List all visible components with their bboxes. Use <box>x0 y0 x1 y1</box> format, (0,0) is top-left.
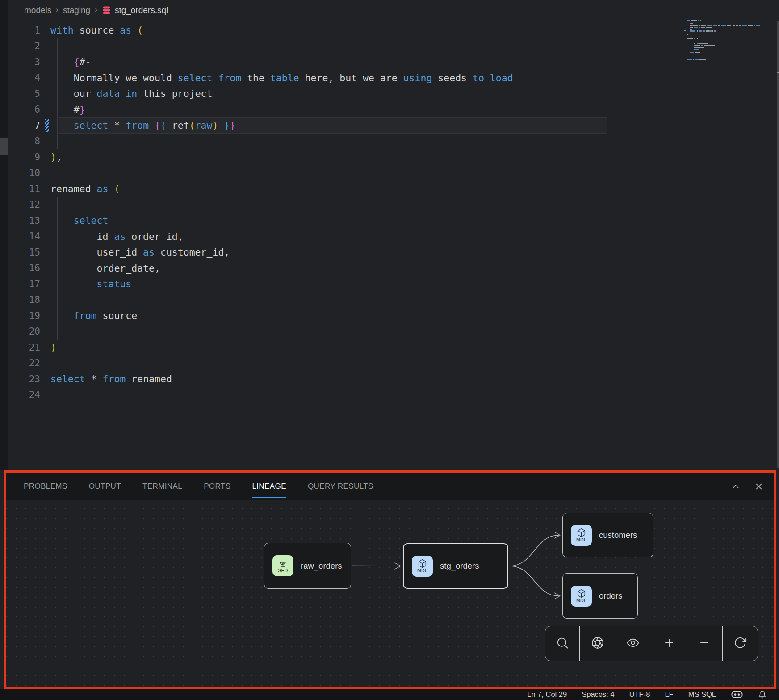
status-bar: Ln 7, Col 29Spaces: 4UTF-8LFMS SQL <box>0 689 779 700</box>
code-text: ), <box>50 151 62 163</box>
code-line[interactable]: 18 <box>8 292 779 308</box>
line-number[interactable]: 13 <box>8 215 40 226</box>
breadcrumb-item-staging[interactable]: staging <box>63 5 90 15</box>
panel-actions <box>731 473 764 500</box>
line-number[interactable]: 21 <box>8 342 40 353</box>
code-line[interactable]: 15 user_id as customer_id, <box>8 244 779 260</box>
minimap[interactable] <box>687 19 762 65</box>
tab-terminal[interactable]: TERMINAL <box>142 473 182 500</box>
line-number[interactable]: 11 <box>8 184 40 194</box>
minimap-line <box>687 61 762 63</box>
lineage-node-customers[interactable]: MDLcustomers <box>562 513 653 557</box>
line-number[interactable]: 7 <box>8 120 40 131</box>
activity-strip-handle[interactable] <box>0 138 8 155</box>
code-line[interactable]: 22 <box>8 356 779 372</box>
code-text: select <box>50 215 108 226</box>
line-number[interactable]: 10 <box>8 168 40 178</box>
line-number[interactable]: 3 <box>8 57 40 67</box>
code-line[interactable]: 10 <box>8 165 779 181</box>
code-text: status <box>50 278 131 289</box>
status-cursor-position[interactable]: Ln 7, Col 29 <box>527 690 567 699</box>
copilot-icon[interactable] <box>731 690 743 699</box>
line-number[interactable]: 19 <box>8 310 40 321</box>
code-line[interactable]: 24 <box>8 387 779 403</box>
code-text: from source <box>50 310 137 321</box>
code-line[interactable]: 17 status <box>8 276 779 292</box>
code-line[interactable]: 21) <box>8 340 779 356</box>
code-line[interactable]: 9), <box>8 149 779 165</box>
badge-label: MDL <box>576 598 586 603</box>
code-line[interactable]: 5 our data in this project <box>8 86 779 102</box>
code-line[interactable]: 11renamed as ( <box>8 181 779 197</box>
line-number[interactable]: 22 <box>8 358 40 369</box>
tab-output[interactable]: OUTPUT <box>89 473 121 500</box>
line-number[interactable]: 16 <box>8 263 40 273</box>
aperture-button[interactable] <box>591 636 604 651</box>
code-line[interactable]: 14 id as order_id, <box>8 229 779 245</box>
line-number[interactable]: 9 <box>8 152 40 163</box>
status-indentation[interactable]: Spaces: 4 <box>582 690 614 699</box>
line-number[interactable]: 24 <box>8 390 40 400</box>
line-number[interactable]: 4 <box>8 72 40 83</box>
code-line[interactable]: 12 <box>8 197 779 213</box>
status-encoding[interactable]: UTF-8 <box>629 690 650 699</box>
cube-icon <box>577 528 586 537</box>
line-number[interactable]: 8 <box>8 136 40 147</box>
line-number[interactable]: 6 <box>8 104 40 115</box>
code-line[interactable]: 13 select <box>8 213 779 229</box>
code-text: select * from {{ ref(raw) }} <box>50 120 235 131</box>
code-line[interactable]: 2 <box>8 38 779 54</box>
code-line[interactable]: 6 #} <box>8 102 779 118</box>
line-number[interactable]: 20 <box>8 326 40 337</box>
code-line[interactable]: 23select * from renamed <box>8 371 779 387</box>
code-line[interactable]: 3 {#- <box>8 54 779 70</box>
line-number[interactable]: 5 <box>8 88 40 99</box>
line-number[interactable]: 15 <box>8 247 40 258</box>
tab-lineage[interactable]: LINEAGE <box>252 473 286 500</box>
editor-region[interactable]: models › staging › stg_orders.sql 1with <box>8 0 779 470</box>
scrollbar[interactable] <box>777 21 779 468</box>
refresh-button[interactable] <box>733 636 747 651</box>
lineage-node-orders[interactable]: MDLorders <box>562 573 638 619</box>
plus-button[interactable] <box>662 636 676 651</box>
model-badge: MDL <box>412 556 433 577</box>
line-number[interactable]: 12 <box>8 199 40 210</box>
close-icon[interactable] <box>754 482 764 491</box>
bell-icon[interactable] <box>758 690 766 699</box>
code-editor[interactable]: 1with source as (23 {#-4 Normally we wou… <box>8 22 779 403</box>
code-line[interactable]: 16 order_date, <box>8 260 779 277</box>
activity-strip <box>0 0 8 470</box>
status-language-mode[interactable]: MS SQL <box>688 690 716 699</box>
line-number[interactable]: 14 <box>8 231 40 242</box>
chevron-up-icon[interactable] <box>731 482 741 491</box>
code-line[interactable]: 4 Normally we would select from the tabl… <box>8 70 779 86</box>
tab-query-results[interactable]: QUERY RESULTS <box>308 473 373 500</box>
badge-label: SED <box>278 568 288 573</box>
badge-label: MDL <box>417 568 427 573</box>
status-eol[interactable]: LF <box>665 690 673 699</box>
cube-icon <box>577 589 586 598</box>
code-text: renamed as ( <box>50 183 120 194</box>
lineage-node-raw_orders[interactable]: SEDraw_orders <box>264 543 351 589</box>
minus-button[interactable] <box>698 636 711 651</box>
line-number[interactable]: 1 <box>8 25 40 36</box>
breadcrumb-item-models[interactable]: models <box>24 5 51 15</box>
line-number[interactable]: 17 <box>8 279 40 289</box>
line-number[interactable]: 23 <box>8 374 40 385</box>
line-number[interactable]: 2 <box>8 41 40 51</box>
code-line[interactable]: 19 from source <box>8 308 779 324</box>
line-number[interactable]: 18 <box>8 294 40 305</box>
code-text: user_id as customer_id, <box>50 247 230 258</box>
toolbar-group <box>580 626 651 661</box>
code-line[interactable]: 1with source as ( <box>8 22 779 38</box>
tab-problems[interactable]: PROBLEMS <box>24 473 67 500</box>
code-line[interactable]: 8 <box>8 134 779 150</box>
eye-button[interactable] <box>626 636 640 651</box>
lineage-node-stg_orders[interactable]: MDLstg_orders <box>403 543 508 589</box>
breadcrumb-item-file[interactable]: stg_orders.sql <box>102 5 168 15</box>
code-line[interactable]: 20 <box>8 324 779 340</box>
tab-ports[interactable]: PORTS <box>204 473 230 500</box>
search-button[interactable] <box>556 636 569 651</box>
node-label: stg_orders <box>440 561 479 571</box>
lineage-canvas[interactable]: SEDraw_ordersMDLstg_ordersMDLcustomersMD… <box>6 500 774 687</box>
